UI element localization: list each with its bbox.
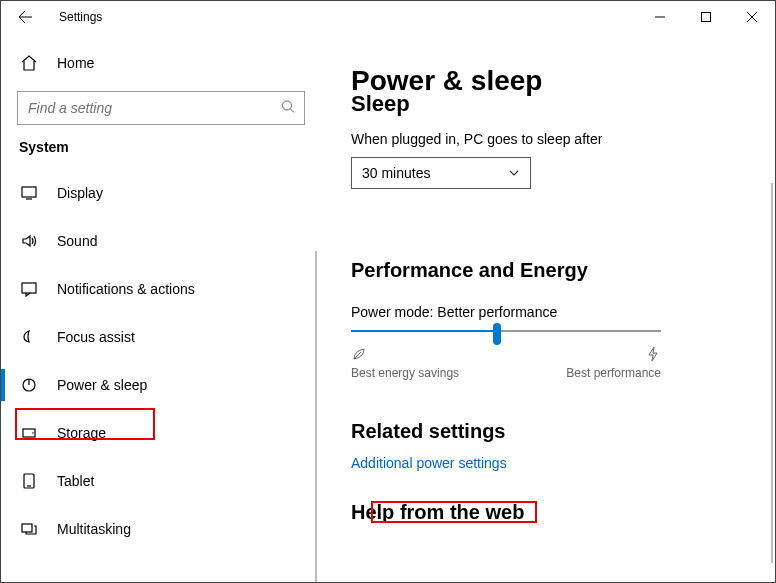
sidebar-item-power-sleep[interactable]: Power & sleep xyxy=(1,361,321,409)
sidebar-item-sound[interactable]: Sound xyxy=(1,217,321,265)
slider-min: Best energy savings xyxy=(351,346,459,380)
nav-label: Storage xyxy=(57,425,106,441)
arrow-left-icon xyxy=(17,9,33,25)
power-mode-slider[interactable] xyxy=(351,330,661,332)
sidebar-item-display[interactable]: Display xyxy=(1,169,321,217)
window-controls xyxy=(637,1,775,33)
svg-rect-4 xyxy=(22,187,36,197)
slider-track xyxy=(351,330,661,332)
multitasking-icon xyxy=(19,519,39,539)
nav-list: Display Sound Notifications & actions Fo… xyxy=(1,169,321,553)
lightning-icon xyxy=(645,346,661,366)
close-button[interactable] xyxy=(729,1,775,33)
titlebar: Settings xyxy=(1,1,775,33)
section-label: System xyxy=(1,139,321,169)
sidebar-item-home[interactable]: Home xyxy=(1,43,321,83)
search-field[interactable] xyxy=(17,91,305,125)
sleep-description: When plugged in, PC goes to sleep after xyxy=(351,131,745,147)
home-label: Home xyxy=(57,55,94,71)
slider-fill xyxy=(351,330,497,332)
performance-heading: Performance and Energy xyxy=(351,259,745,282)
power-mode-label: Power mode: Better performance xyxy=(351,304,745,320)
slider-min-label: Best energy savings xyxy=(351,366,459,380)
svg-rect-6 xyxy=(22,283,36,293)
storage-icon xyxy=(19,423,39,443)
main-scrollbar[interactable] xyxy=(771,183,773,563)
sidebar-scrollbar[interactable] xyxy=(315,251,317,583)
maximize-icon xyxy=(701,12,711,22)
nav-label: Focus assist xyxy=(57,329,135,345)
nav-label: Sound xyxy=(57,233,97,249)
slider-thumb[interactable] xyxy=(493,323,501,345)
chevron-down-icon xyxy=(508,167,520,179)
svg-point-10 xyxy=(32,432,34,434)
svg-point-2 xyxy=(283,101,292,110)
display-icon xyxy=(19,183,39,203)
nav-label: Notifications & actions xyxy=(57,281,195,297)
leaf-icon xyxy=(351,346,459,366)
search-icon xyxy=(281,100,295,117)
sidebar: Home System Display Sound Notifications … xyxy=(1,33,321,582)
notifications-icon xyxy=(19,279,39,299)
maximize-button[interactable] xyxy=(683,1,729,33)
power-icon xyxy=(19,375,39,395)
back-button[interactable] xyxy=(17,9,49,25)
additional-power-settings-link[interactable]: Additional power settings xyxy=(351,455,745,471)
nav-label: Display xyxy=(57,185,103,201)
close-icon xyxy=(747,12,757,22)
focus-assist-icon xyxy=(19,327,39,347)
sidebar-item-multitasking[interactable]: Multitasking xyxy=(1,505,321,553)
related-heading: Related settings xyxy=(351,420,745,443)
svg-line-3 xyxy=(291,109,295,113)
nav-label: Multitasking xyxy=(57,521,131,537)
dropdown-value: 30 minutes xyxy=(362,165,430,181)
nav-label: Power & sleep xyxy=(57,377,147,393)
svg-rect-1 xyxy=(702,13,711,22)
nav-label: Tablet xyxy=(57,473,94,489)
svg-rect-13 xyxy=(22,524,32,532)
main-panel: Power & sleep Sleep When plugged in, PC … xyxy=(321,33,775,582)
slider-labels: Best energy savings Best performance xyxy=(351,346,661,380)
sleep-dropdown[interactable]: 30 minutes xyxy=(351,157,531,189)
window-title: Settings xyxy=(59,10,102,24)
sidebar-item-notifications[interactable]: Notifications & actions xyxy=(1,265,321,313)
sidebar-item-focus-assist[interactable]: Focus assist xyxy=(1,313,321,361)
help-heading: Help from the web xyxy=(351,501,745,524)
sidebar-item-storage[interactable]: Storage xyxy=(1,409,321,457)
sound-icon xyxy=(19,231,39,251)
slider-max-label: Best performance xyxy=(566,366,661,380)
search-input[interactable] xyxy=(17,91,305,125)
tablet-icon xyxy=(19,471,39,491)
home-icon xyxy=(19,53,39,73)
sidebar-item-tablet[interactable]: Tablet xyxy=(1,457,321,505)
slider-max: Best performance xyxy=(566,346,661,380)
minimize-icon xyxy=(655,12,665,22)
minimize-button[interactable] xyxy=(637,1,683,33)
